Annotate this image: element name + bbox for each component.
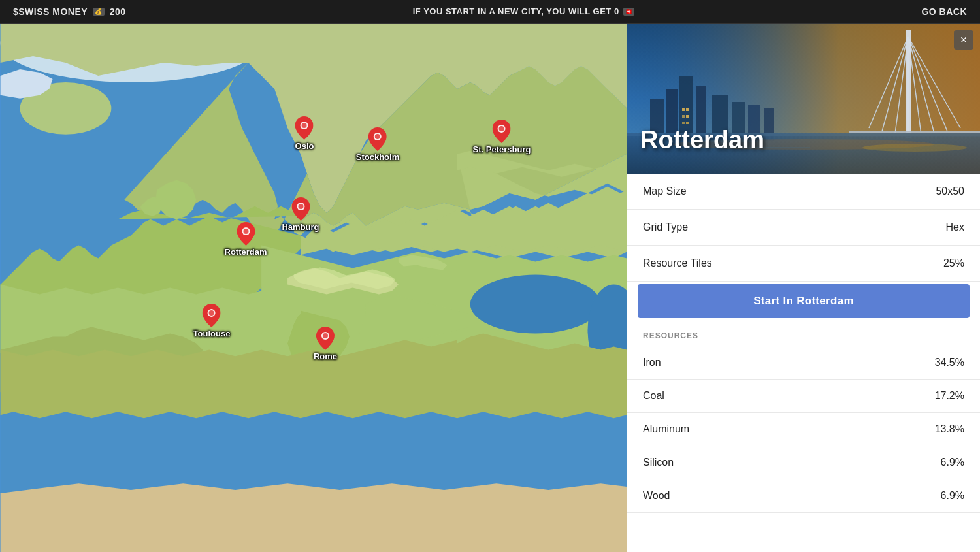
go-back-button[interactable]: GO BACK xyxy=(921,7,967,17)
sidebar-panel: Rotterdam × Map Size 50x50 Grid Type Hex… xyxy=(627,24,980,552)
location-pin-icon xyxy=(295,116,314,140)
svg-rect-31 xyxy=(906,30,911,138)
svg-rect-44 xyxy=(686,115,689,118)
location-pin-icon xyxy=(493,120,511,143)
money-icon: 💰 xyxy=(93,8,105,16)
city-label: Oslo xyxy=(295,141,314,151)
location-pin-icon xyxy=(291,197,310,221)
resource-value: 13.8% xyxy=(935,423,964,435)
svg-rect-41 xyxy=(682,108,685,111)
resource-value: 6.9% xyxy=(941,457,964,468)
resource-value: 17.2% xyxy=(935,390,964,402)
map-container[interactable]: Oslo Stockholm St. Petersburg Hamburg xyxy=(0,24,627,552)
resource-name: Aluminum xyxy=(643,423,689,435)
svg-point-4 xyxy=(470,275,601,334)
resource-name: Coal xyxy=(643,390,664,402)
city-marker-stockholm[interactable]: Stockholm xyxy=(356,127,399,162)
location-pin-icon xyxy=(368,127,387,151)
resource-row-aluminum: Aluminum 13.8% xyxy=(627,413,980,446)
city-marker-st.-petersburg[interactable]: St. Petersburg xyxy=(473,120,531,154)
city-marker-rotterdam[interactable]: Rotterdam xyxy=(224,222,267,257)
svg-point-12 xyxy=(499,126,504,131)
grid-type-row: Grid Type Hex xyxy=(627,210,980,246)
topbar: $SWISS MONEY 💰 200 IF YOU START IN A NEW… xyxy=(0,0,980,24)
city-marker-toulouse[interactable]: Toulouse xyxy=(193,304,231,338)
grid-type-value: Hex xyxy=(946,221,964,233)
city-marker-rome[interactable]: Rome xyxy=(314,327,337,361)
swiss-icon: 🇨🇭 xyxy=(623,8,635,16)
location-pin-icon xyxy=(316,327,335,350)
city-label: St. Petersburg xyxy=(473,144,531,154)
money-amount: 200 xyxy=(110,7,126,17)
message-text: IF YOU START IN A NEW CITY, YOU WILL GET… xyxy=(413,7,619,16)
close-button[interactable]: × xyxy=(954,30,973,50)
svg-point-18 xyxy=(209,310,214,316)
svg-point-10 xyxy=(375,134,380,139)
city-label: Toulouse xyxy=(193,329,231,338)
resource-tiles-value: 25% xyxy=(943,257,964,269)
svg-point-20 xyxy=(323,333,328,338)
city-label: Hamburg xyxy=(282,222,319,232)
city-label: Rome xyxy=(314,351,337,361)
resource-name: Wood xyxy=(643,490,670,502)
svg-rect-46 xyxy=(686,122,689,124)
start-button[interactable]: Start In Rotterdam xyxy=(638,284,970,318)
svg-rect-45 xyxy=(682,122,685,124)
resource-row-wood: Wood 6.9% xyxy=(627,479,980,513)
svg-point-8 xyxy=(302,123,307,128)
map-size-value: 50x50 xyxy=(936,186,964,197)
resource-name: Iron xyxy=(643,357,661,368)
location-pin-icon xyxy=(203,304,221,327)
resource-value: 34.5% xyxy=(935,357,964,368)
resource-row-coal: Coal 17.2% xyxy=(627,380,980,413)
sidebar-city-name: Rotterdam xyxy=(640,126,764,154)
money-display: $SWISS MONEY 💰 200 xyxy=(13,7,126,17)
city-marker-hamburg[interactable]: Hamburg xyxy=(282,197,319,232)
resource-row-silicon: Silicon 6.9% xyxy=(627,446,980,479)
resource-name: Silicon xyxy=(643,457,674,468)
city-marker-oslo[interactable]: Oslo xyxy=(295,116,314,151)
city-image-area: Rotterdam × xyxy=(627,24,980,174)
resource-value: 6.9% xyxy=(941,490,964,502)
city-label: Stockholm xyxy=(356,152,399,162)
resources-header: RESOURCES xyxy=(627,321,980,346)
info-section: Map Size 50x50 Grid Type Hex Resource Ti… xyxy=(627,174,980,282)
city-label: Rotterdam xyxy=(224,247,267,257)
map-size-row: Map Size 50x50 xyxy=(627,174,980,210)
center-message: IF YOU START IN A NEW CITY, YOU WILL GET… xyxy=(413,7,634,16)
resource-row-iron: Iron 34.5% xyxy=(627,346,980,380)
svg-rect-42 xyxy=(686,108,689,111)
location-pin-icon xyxy=(237,222,255,246)
map-size-label: Map Size xyxy=(643,186,687,197)
svg-rect-43 xyxy=(682,115,685,118)
map-svg xyxy=(0,24,627,552)
resource-tiles-row: Resource Tiles 25% xyxy=(627,246,980,282)
grid-type-label: Grid Type xyxy=(643,221,688,233)
resources-list: Iron 34.5% Coal 17.2% Aluminum 13.8% Sil… xyxy=(627,346,980,513)
resource-tiles-label: Resource Tiles xyxy=(643,257,712,269)
svg-point-16 xyxy=(243,229,248,234)
money-label: $SWISS MONEY xyxy=(13,7,88,17)
svg-point-14 xyxy=(298,204,303,209)
